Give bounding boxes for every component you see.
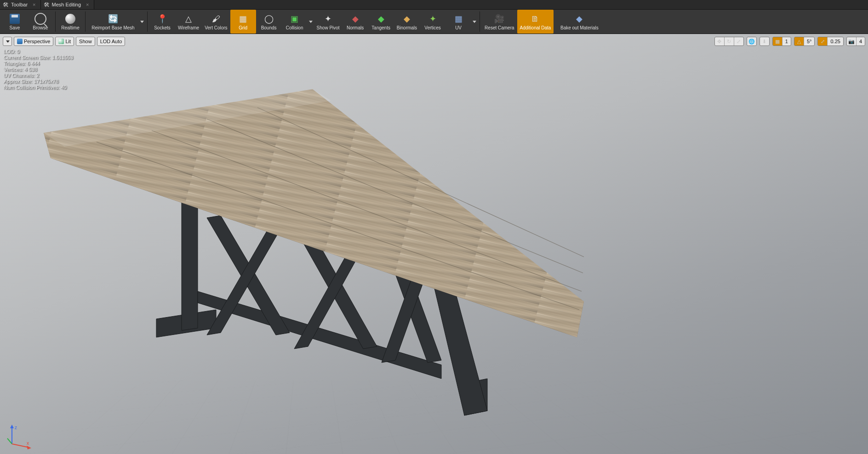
camera-speed-button[interactable]: 📷: [847, 37, 857, 45]
viewport-controls-right: ✥ ↻ ⤢ 🌐 ⬇ ▦ 1 △ 5° ⤢ 0.25 📷 4: [714, 37, 865, 46]
tab-bar: 🛠 Toolbar × 🛠 Mesh Editing ×: [0, 0, 868, 10]
show-label: Show: [79, 39, 92, 44]
stat-lod: LOD: 0: [4, 49, 73, 55]
main-toolbar: Save Browse Realtime 🔄Reimport Base Mesh…: [0, 10, 868, 34]
wireframe-button[interactable]: △Wireframe: [175, 10, 202, 34]
world-coord-button[interactable]: 🌐: [747, 37, 756, 45]
additional-data-button[interactable]: 🗎Additional Data: [517, 10, 554, 34]
realtime-button[interactable]: Realtime: [57, 10, 83, 34]
reimport-dropdown[interactable]: [139, 11, 145, 33]
reset-camera-button[interactable]: 🎥Reset Camera: [482, 10, 517, 34]
show-dropdown[interactable]: Show: [76, 37, 95, 46]
coord-space-group: 🌐: [747, 37, 757, 46]
brush-icon: 🖌: [211, 14, 221, 24]
magnifier-icon: [34, 13, 46, 25]
camera-icon: 🎥: [494, 14, 504, 24]
stat-vertices: Vertices: 4 538: [4, 67, 73, 73]
perspective-icon: [17, 39, 23, 44]
binormals-icon: ◆: [402, 14, 412, 24]
scale-icon: ⤢: [737, 39, 741, 45]
uv-icon: ▦: [453, 14, 463, 24]
mesh-stats: LOD: 0 Current Screen Size: 1.511553 Tri…: [4, 49, 73, 91]
rotate-gizmo-button[interactable]: ↻: [725, 37, 734, 45]
browse-button[interactable]: Browse: [28, 10, 53, 34]
wrench-icon: 🛠: [3, 1, 9, 8]
lit-dropdown[interactable]: Lit: [55, 37, 74, 46]
stat-approx-size: Approx Size: 171x75x78: [4, 79, 73, 85]
camera-speed-value[interactable]: 4: [857, 39, 865, 44]
svg-line-27: [7, 438, 12, 444]
separator: [55, 11, 56, 32]
stat-uv-channels: UV Channels: 2: [4, 73, 73, 79]
stat-screen-size: Current Screen Size: 1.511553: [4, 55, 73, 61]
data-icon: 🗎: [530, 14, 540, 24]
vert-colors-button[interactable]: 🖌Vert Colors: [202, 10, 230, 34]
wireframe-icon: △: [183, 14, 194, 24]
sockets-button[interactable]: 📍Sockets: [149, 10, 175, 34]
move-icon: ✥: [717, 39, 721, 45]
scale-gizmo-button[interactable]: ⤢: [734, 37, 743, 45]
tab-toolbar[interactable]: 🛠 Toolbar ×: [0, 0, 41, 9]
move-gizmo-button[interactable]: ✥: [715, 37, 725, 45]
close-icon[interactable]: ×: [33, 2, 35, 7]
bounds-button[interactable]: ◯Bounds: [256, 10, 282, 34]
normals-button[interactable]: ◆Normals: [343, 10, 368, 34]
lit-icon: [58, 39, 64, 44]
binormals-button[interactable]: ◆Binormals: [394, 10, 420, 34]
separator: [480, 11, 480, 32]
tab-mesh-editing[interactable]: 🛠 Mesh Editing ×: [41, 0, 94, 9]
axis-x-label: x: [27, 441, 29, 446]
bake-icon: ◆: [574, 14, 584, 24]
grid-snap-toggle[interactable]: ▦: [773, 37, 782, 45]
wrench-icon: 🛠: [44, 1, 50, 8]
surface-snap-button[interactable]: ⬇: [760, 37, 769, 45]
svg-marker-1: [182, 188, 198, 330]
perspective-dropdown[interactable]: Perspective: [14, 37, 53, 46]
close-icon[interactable]: ×: [86, 2, 89, 7]
angle-snap-toggle[interactable]: △: [794, 37, 804, 45]
reimport-button[interactable]: 🔄Reimport Base Mesh: [87, 10, 139, 34]
uv-button[interactable]: ▦UV: [445, 10, 471, 34]
tab-label: Toolbar: [11, 2, 28, 7]
axis-gizmo: z x: [6, 425, 31, 449]
tangents-button[interactable]: ◆Tangents: [368, 10, 394, 34]
viewport-options-dropdown[interactable]: [3, 37, 12, 46]
viewport[interactable]: Perspective Lit Show LOD Auto LOD: 0 Cur…: [0, 34, 868, 454]
show-pivot-button[interactable]: ✦Show Pivot: [314, 10, 343, 34]
collision-button[interactable]: ▣Collision: [282, 10, 308, 34]
grid-snap-group: ▦ 1: [772, 37, 791, 46]
svg-marker-24: [10, 425, 14, 428]
uv-dropdown[interactable]: [471, 11, 478, 33]
scale-snap-icon: ⤢: [821, 39, 825, 45]
collision-dropdown[interactable]: [308, 11, 314, 33]
socket-icon: 📍: [157, 14, 167, 24]
reimport-icon: 🔄: [108, 14, 118, 24]
camera-speed-icon: 📷: [848, 39, 855, 45]
pivot-icon: ✦: [323, 14, 333, 24]
scale-snap-value[interactable]: 0.25: [828, 39, 843, 44]
lit-label: Lit: [65, 39, 71, 44]
angle-snap-icon: △: [797, 39, 801, 45]
vertices-button[interactable]: ✦Vertices: [420, 10, 445, 34]
lod-dropdown[interactable]: LOD Auto: [97, 37, 126, 46]
perspective-label: Perspective: [24, 39, 50, 44]
transform-gizmo-group: ✥ ↻ ⤢: [714, 37, 744, 46]
grid-icon: ▦: [238, 14, 248, 24]
scale-snap-toggle[interactable]: ⤢: [818, 37, 828, 45]
grid-snap-icon: ▦: [775, 39, 780, 45]
grid-snap-value[interactable]: 1: [782, 39, 791, 44]
vertices-icon: ✦: [428, 14, 438, 24]
svg-marker-26: [27, 446, 31, 449]
save-button[interactable]: Save: [2, 10, 28, 34]
lod-label: LOD Auto: [100, 39, 122, 44]
angle-snap-group: △ 5°: [794, 37, 815, 46]
angle-snap-value[interactable]: 5°: [804, 39, 815, 44]
floppy-icon: [10, 14, 20, 24]
grid-button[interactable]: ▦Grid: [230, 10, 256, 34]
sphere-icon: [65, 14, 75, 24]
scale-snap-group: ⤢ 0.25: [817, 37, 843, 46]
bake-materials-button[interactable]: ◆Bake out Materials: [554, 10, 605, 34]
mesh-preview: [0, 34, 868, 454]
globe-icon: 🌐: [748, 39, 755, 45]
collision-icon: ▣: [290, 14, 300, 24]
